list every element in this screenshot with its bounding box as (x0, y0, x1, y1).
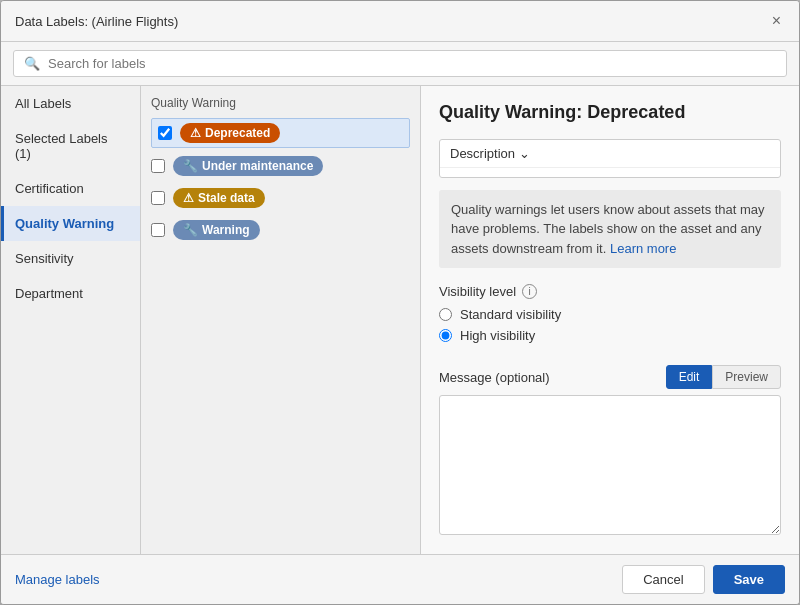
high-visibility-label: High visibility (460, 328, 535, 343)
description-body: Deprecated: This asset is no longer main… (440, 168, 780, 178)
learn-more-link[interactable]: Learn more (610, 241, 676, 256)
visibility-label: Visibility level i (439, 284, 781, 299)
deprecated-badge[interactable]: ⚠ Deprecated (180, 123, 280, 143)
standard-visibility-option[interactable]: Standard visibility (439, 307, 781, 322)
save-button[interactable]: Save (713, 565, 785, 594)
warning-icon: 🔧 (183, 223, 198, 237)
sidebar: All Labels Selected Labels (1) Certifica… (1, 86, 141, 554)
warning-checkbox[interactable] (151, 223, 165, 237)
sidebar-item-certification[interactable]: Certification (1, 171, 140, 206)
cancel-button[interactable]: Cancel (622, 565, 704, 594)
visibility-label-text: Visibility level (439, 284, 516, 299)
dialog-title: Data Labels: (Airline Flights) (15, 14, 178, 29)
sidebar-item-sensitivity[interactable]: Sensitivity (1, 241, 140, 276)
middle-panel: Quality Warning ⚠ Deprecated 🔧 Under mai… (141, 86, 421, 554)
list-item: 🔧 Warning (151, 216, 410, 244)
warning-badge[interactable]: 🔧 Warning (173, 220, 260, 240)
message-tabs: Edit Preview (666, 365, 781, 389)
info-text: Quality warnings let users know about as… (451, 202, 765, 256)
info-icon[interactable]: i (522, 284, 537, 299)
standard-visibility-label: Standard visibility (460, 307, 561, 322)
footer-buttons: Cancel Save (622, 565, 785, 594)
search-bar: 🔍 (1, 42, 799, 86)
maintenance-checkbox[interactable] (151, 159, 165, 173)
warning-label: Warning (202, 223, 250, 237)
high-visibility-option[interactable]: High visibility (439, 328, 781, 343)
message-section: Message (optional) Edit Preview (439, 365, 781, 538)
sidebar-item-quality-warning[interactable]: Quality Warning (1, 206, 140, 241)
maintenance-label: Under maintenance (202, 159, 313, 173)
detail-panel: Quality Warning: Deprecated Description … (421, 86, 799, 554)
maintenance-icon: 🔧 (183, 159, 198, 173)
search-input[interactable] (48, 56, 776, 71)
stale-label: Stale data (198, 191, 255, 205)
deprecated-checkbox[interactable] (158, 126, 172, 140)
sidebar-item-all-labels[interactable]: All Labels (1, 86, 140, 121)
detail-title: Quality Warning: Deprecated (439, 102, 781, 123)
message-label-text: Message (optional) (439, 370, 550, 385)
stale-icon: ⚠ (183, 191, 194, 205)
sidebar-item-department[interactable]: Department (1, 276, 140, 311)
description-box: Description ⌄ Deprecated: This asset is … (439, 139, 781, 178)
deprecated-icon: ⚠ (190, 126, 201, 140)
stale-badge[interactable]: ⚠ Stale data (173, 188, 265, 208)
dialog: Data Labels: (Airline Flights) × 🔍 All L… (0, 0, 800, 605)
visibility-section: Visibility level i Standard visibility H… (439, 284, 781, 349)
manage-labels-link[interactable]: Manage labels (15, 572, 100, 587)
footer: Manage labels Cancel Save (1, 554, 799, 604)
list-item: ⚠ Deprecated (151, 118, 410, 148)
chevron-down-icon: ⌄ (519, 146, 530, 161)
title-bar: Data Labels: (Airline Flights) × (1, 1, 799, 42)
list-item: ⚠ Stale data (151, 184, 410, 212)
message-label-row: Message (optional) Edit Preview (439, 365, 781, 389)
description-label: Description (450, 146, 515, 161)
tab-preview[interactable]: Preview (712, 365, 781, 389)
section-label: Quality Warning (151, 96, 410, 110)
high-visibility-radio[interactable] (439, 329, 452, 342)
sidebar-item-selected-labels[interactable]: Selected Labels (1) (1, 121, 140, 171)
list-item: 🔧 Under maintenance (151, 152, 410, 180)
info-box: Quality warnings let users know about as… (439, 190, 781, 269)
main-body: All Labels Selected Labels (1) Certifica… (1, 86, 799, 554)
standard-visibility-radio[interactable] (439, 308, 452, 321)
tab-edit[interactable]: Edit (666, 365, 713, 389)
deprecated-label: Deprecated (205, 126, 270, 140)
search-icon: 🔍 (24, 56, 40, 71)
search-wrapper: 🔍 (13, 50, 787, 77)
description-header[interactable]: Description ⌄ (440, 140, 780, 168)
stale-checkbox[interactable] (151, 191, 165, 205)
close-button[interactable]: × (768, 11, 785, 31)
maintenance-badge[interactable]: 🔧 Under maintenance (173, 156, 323, 176)
message-textarea[interactable] (439, 395, 781, 535)
